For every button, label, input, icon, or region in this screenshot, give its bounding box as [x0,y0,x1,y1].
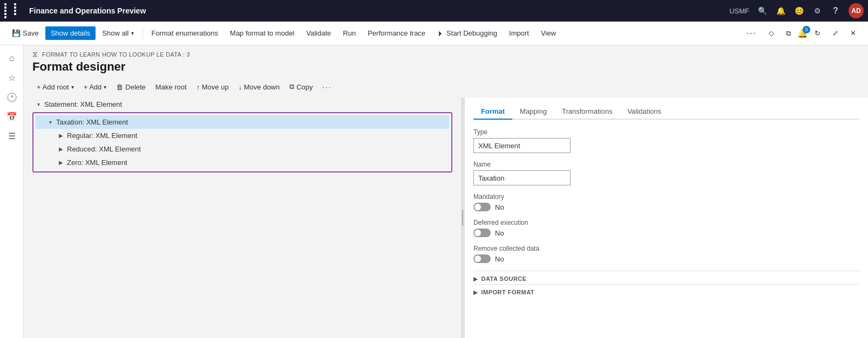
app-grid-icon[interactable] [4,3,23,18]
save-button[interactable]: 💾 Save [6,26,44,40]
deferred-label: Deferred execution [473,219,859,226]
validate-button[interactable]: Validate [301,26,336,40]
mandatory-group: Mandatory No [473,193,859,211]
copy-button[interactable]: ⧉ Copy [285,80,317,93]
make-root-button[interactable]: Make root [151,81,191,93]
tree-reduced-label: Reduced: XML Element [67,145,141,153]
tree-root-item[interactable]: ▾ Statement: XML Element [32,98,452,111]
sidebar-list-icon[interactable]: ☰ [3,127,21,144]
show-all-chevron-icon: ▾ [131,30,134,36]
trash-icon: 🗑 [116,83,123,91]
action-bar: 💾 Save Show details Show all ▾ Format en… [0,22,868,45]
content-area: ⧖ FORMAT TO LEARN HOW TO LOOKUP LE DATA … [24,45,868,338]
user-label: USMF [729,7,749,15]
main-content: ⌂ ☆ 🕐 📅 ☰ ⧖ FORMAT TO LEARN HOW TO LOOKU… [0,45,868,338]
map-format-button[interactable]: Map format to model [225,26,300,40]
page-title: Format designer [32,60,859,74]
tree-panel: ▾ Statement: XML Element ▾ Taxation: XML… [24,98,461,338]
remove-group: Remove collected data No [473,245,859,263]
more-toolbar-button[interactable]: ··· [318,81,336,93]
add-root-chevron-icon: ▾ [71,84,74,90]
add-chevron-icon: ▾ [104,84,106,90]
page-header: ⧖ FORMAT TO LEARN HOW TO LOOKUP LE DATA … [24,45,868,76]
import-button[interactable]: Import [504,26,534,40]
name-label: Name [473,161,859,168]
tree-collapse-icon[interactable]: ▾ [35,101,42,108]
type-label: Type [473,128,859,136]
type-input[interactable] [473,138,571,153]
tab-mapping[interactable]: Mapping [512,104,554,119]
tab-format[interactable]: Format [473,104,512,120]
performance-trace-button[interactable]: Performance trace [362,26,431,40]
props-tabs: Format Mapping Transformations Validatio… [473,104,859,120]
sidebar-clock-icon[interactable]: 🕐 [3,88,21,106]
sidebar-star-icon[interactable]: ☆ [3,69,21,86]
name-input[interactable] [473,170,571,185]
tree-taxation-label: Taxation: XML Element [56,118,128,126]
import-format-section[interactable]: ▶ IMPORT FORMAT [473,284,859,298]
import-format-chevron-icon: ▶ [473,289,478,295]
show-all-button[interactable]: Show all ▾ [97,26,139,40]
move-up-button[interactable]: ↑ Move up [192,81,233,93]
format-enumerations-button[interactable]: Format enumerations [146,26,224,40]
deferred-group: Deferred execution No [473,219,859,237]
delete-button[interactable]: 🗑 Delete [112,81,150,93]
avatar[interactable]: AD [849,3,864,18]
gear-icon[interactable]: ⚙ [812,5,823,16]
deferred-value: No [495,229,504,237]
remove-toggle[interactable] [473,254,491,263]
tab-validations[interactable]: Validations [620,104,669,119]
panel-resizer[interactable] [461,98,464,338]
notification-badge[interactable]: 🔔 0 [797,28,808,38]
tree-root-label: Statement: XML Element [44,100,122,108]
tree-regular-toggle-icon[interactable]: ▶ [57,132,65,140]
app-title: Finance and Operations Preview [29,6,725,15]
tree-expand-icon[interactable]: ▾ [46,119,54,126]
copy-icon: ⧉ [289,82,294,91]
search-icon[interactable]: 🔍 [757,5,768,16]
tree-taxation-item[interactable]: ▾ Taxation: XML Element [36,115,449,129]
tree-regular-label: Regular: XML Element [67,132,137,140]
remove-value: No [495,255,504,263]
view-button[interactable]: View [535,26,561,40]
user-circle-icon[interactable]: 😊 [794,5,804,16]
import-format-label: IMPORT FORMAT [482,289,535,295]
mandatory-label: Mandatory [473,193,859,201]
bell-icon[interactable]: 🔔 [775,5,786,16]
tree-selected-group: ▾ Taxation: XML Element ▶ Regular: XML E… [32,112,452,173]
help-icon[interactable]: ? [830,5,841,16]
diamond-icon-button[interactable]: ◇ [763,26,779,40]
filter-icon: ⧖ [32,50,38,59]
top-navigation: Finance and Operations Preview USMF 🔍 🔔 … [0,0,868,22]
properties-panel: Format Mapping Transformations Validatio… [464,98,868,338]
add-root-button[interactable]: + Add root ▾ [32,81,78,93]
new-window-button[interactable]: ⤢ [827,26,844,40]
breadcrumb: FORMAT TO LEARN HOW TO LOOKUP LE DATA : … [42,51,190,58]
type-group: Type [473,128,859,153]
data-source-section[interactable]: ▶ DATA SOURCE [473,271,859,284]
close-button[interactable]: ✕ [845,26,862,40]
sidebar-home-icon[interactable]: ⌂ [3,50,21,67]
mandatory-value: No [495,203,504,211]
panels-icon-button[interactable]: ⧉ [781,26,796,40]
save-disk-icon: 💾 [12,29,21,37]
tree-reduced-item[interactable]: ▶ Reduced: XML Element [36,142,449,156]
show-details-button[interactable]: Show details [45,26,96,40]
tree-regular-item[interactable]: ▶ Regular: XML Element [36,129,449,142]
sidebar-calendar-icon[interactable]: 📅 [3,108,21,125]
deferred-toggle[interactable] [473,229,491,237]
left-sidebar: ⌂ ☆ 🕐 📅 ☰ [0,45,24,338]
data-source-chevron-icon: ▶ [473,276,478,282]
add-button[interactable]: + Add ▾ [79,81,111,93]
tree-zero-label: Zero: XML Element [67,158,127,167]
tree-zero-item[interactable]: ▶ Zero: XML Element [36,156,449,169]
tab-transformations[interactable]: Transformations [554,104,620,119]
refresh-button[interactable]: ↻ [809,26,826,40]
mandatory-toggle[interactable] [473,203,491,211]
move-down-button[interactable]: ↓ Move down [234,81,284,93]
tree-reduced-toggle-icon[interactable]: ▶ [57,146,65,153]
run-button[interactable]: Run [337,26,361,40]
tree-zero-toggle-icon[interactable]: ▶ [57,159,65,167]
more-options-button[interactable]: ··· [741,26,762,41]
start-debugging-button[interactable]: ⏵ Start Debugging [432,26,503,40]
